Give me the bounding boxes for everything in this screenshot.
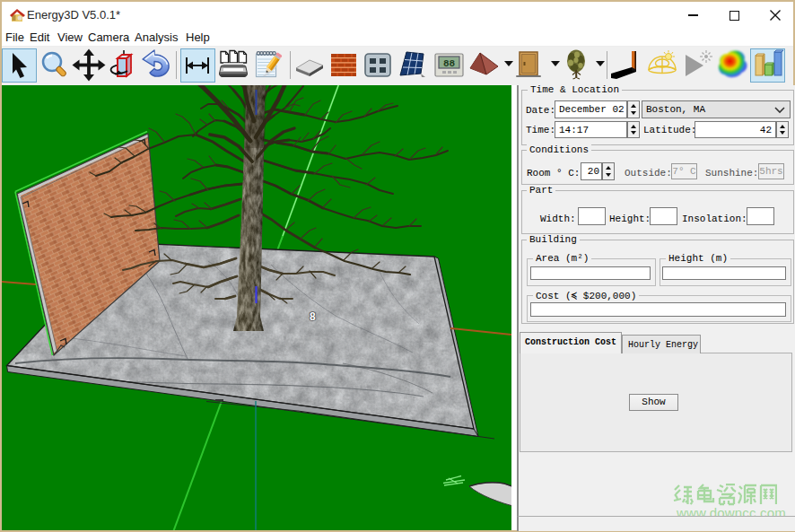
svg-text:88: 88 (443, 58, 456, 69)
svg-text:8: 8 (310, 310, 316, 323)
